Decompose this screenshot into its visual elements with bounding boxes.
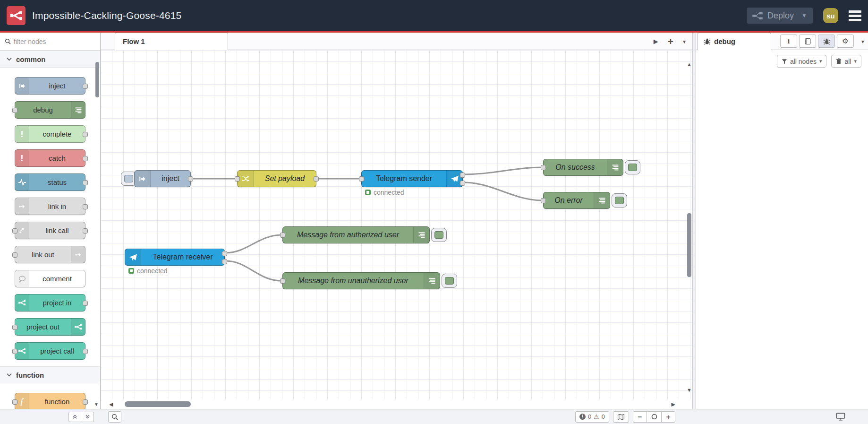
palette-category-common[interactable]: common	[0, 51, 100, 68]
palette-node-link-call[interactable]: link call	[15, 222, 85, 239]
output-port[interactable]	[83, 228, 88, 234]
workspace-footer: ! 0 ⚠ 0 − +	[101, 409, 692, 424]
palette-node-inject[interactable]: inject	[15, 77, 85, 95]
input-port[interactable]	[235, 176, 240, 182]
output-port[interactable]	[83, 180, 88, 185]
palette-category-function[interactable]: function	[0, 366, 100, 383]
flow-node-msg-authorized[interactable]: Message from autherized user	[282, 226, 430, 243]
output-port[interactable]	[83, 399, 88, 405]
debug-tab-button[interactable]	[818, 35, 835, 48]
debug-toggle-button[interactable]	[625, 160, 640, 174]
input-port[interactable]	[12, 228, 17, 234]
output-port[interactable]	[83, 204, 88, 209]
wire[interactable]	[464, 167, 542, 174]
sidebar-splitter[interactable]	[692, 33, 696, 409]
wire[interactable]	[226, 261, 281, 281]
zoom-reset-button[interactable]	[647, 411, 661, 423]
output-port-1[interactable]	[222, 251, 227, 256]
scroll-left-icon[interactable]: ◀	[109, 401, 113, 407]
output-port[interactable]	[83, 301, 88, 306]
tab-label: Flow 1	[123, 37, 145, 45]
palette-search-input[interactable]	[14, 38, 85, 45]
palette-node-comment[interactable]: comment	[15, 270, 85, 287]
deploy-button[interactable]: Deploy ▼	[747, 8, 813, 24]
flow-node-set-payload[interactable]: Set payload	[237, 170, 316, 187]
palette-node-list: inject debug ! complete ! catch status	[0, 68, 100, 360]
help-tab-button[interactable]	[799, 35, 816, 48]
palette-node-link-in[interactable]: link in	[15, 198, 85, 215]
debug-toggle-button[interactable]	[431, 228, 447, 242]
input-port[interactable]	[541, 198, 546, 203]
input-port[interactable]	[12, 399, 17, 405]
palette-node-catch[interactable]: ! catch	[15, 149, 85, 167]
output-port-2[interactable]	[460, 181, 465, 186]
deploy-caret-icon[interactable]: ▼	[801, 12, 807, 19]
navigator-button[interactable]	[613, 411, 629, 423]
info-tab-button[interactable]: i	[780, 35, 797, 48]
scroll-tabs-icon[interactable]: ▶	[654, 38, 658, 45]
output-port[interactable]	[83, 132, 88, 137]
palette-node-project-in[interactable]: project in	[15, 294, 85, 312]
palette-search[interactable]	[0, 33, 100, 51]
collapse-categories-button[interactable]	[68, 412, 81, 422]
footer: ! 0 ⚠ 0 − +	[0, 409, 868, 424]
workspace-search-button[interactable]	[108, 411, 121, 423]
palette-node-function[interactable]: ƒ function	[15, 393, 85, 409]
flow-node-telegram-receiver[interactable]: Telegram receiver	[125, 249, 225, 266]
input-port[interactable]	[280, 278, 285, 284]
palette-node-project-call[interactable]: project call	[15, 342, 85, 360]
output-port[interactable]	[83, 84, 88, 89]
notification-counts[interactable]: ! 0 ⚠ 0	[575, 411, 609, 423]
input-port[interactable]	[12, 325, 17, 330]
user-avatar[interactable]: su	[823, 8, 838, 23]
scroll-down-icon[interactable]: ▼	[687, 387, 692, 393]
wire[interactable]	[464, 182, 542, 200]
tab-flow1[interactable]: Flow 1	[115, 33, 228, 50]
debug-toggle-button[interactable]	[612, 193, 627, 208]
vertical-scrollbar-thumb[interactable]	[687, 213, 691, 277]
monitor-icon[interactable]	[836, 413, 845, 421]
wire[interactable]	[226, 235, 281, 253]
flow-list-caret-icon[interactable]: ▾	[683, 38, 686, 45]
add-flow-button[interactable]: +	[668, 36, 673, 47]
palette-node-status[interactable]: status	[15, 173, 85, 191]
output-port[interactable]	[314, 176, 319, 182]
expand-categories-button[interactable]	[81, 412, 94, 422]
horizontal-scrollbar-thumb[interactable]	[125, 401, 191, 407]
input-port[interactable]	[12, 108, 17, 113]
main-menu-icon[interactable]	[849, 10, 861, 21]
output-port-2[interactable]	[222, 259, 227, 264]
palette-node-link-out[interactable]: link out	[15, 246, 85, 263]
zoom-in-button[interactable]: +	[661, 411, 675, 423]
scroll-right-icon[interactable]: ▶	[672, 401, 675, 407]
input-port[interactable]	[541, 165, 546, 170]
debug-toggle-button[interactable]	[442, 274, 457, 288]
palette-scrollbar-thumb[interactable]	[95, 62, 99, 97]
input-port[interactable]	[12, 349, 17, 354]
flow-canvas[interactable]: inject Set payload Telegram sender conne…	[101, 50, 692, 399]
palette-node-complete[interactable]: ! complete	[15, 125, 85, 143]
flow-node-msg-unauthorized[interactable]: Message from unautherized user	[282, 272, 440, 289]
horizontal-scrollbar[interactable]: ◀ ▶	[101, 399, 692, 409]
output-port[interactable]	[83, 156, 88, 161]
input-port[interactable]	[12, 252, 17, 258]
config-tab-button[interactable]: ⚙	[837, 35, 854, 48]
palette-scroll-down-icon[interactable]: ▼	[94, 402, 99, 407]
output-port-1[interactable]	[460, 173, 465, 178]
debug-clear-button[interactable]: all ▾	[831, 55, 861, 68]
flow-node-on-error[interactable]: On error	[543, 192, 610, 209]
flow-node-inject[interactable]: inject	[134, 170, 191, 187]
input-port[interactable]	[359, 176, 364, 182]
output-port[interactable]	[83, 349, 88, 354]
debug-filter-button[interactable]: all nodes ▾	[777, 55, 827, 68]
tab-debug[interactable]: debug	[698, 33, 771, 50]
output-port[interactable]	[188, 176, 193, 182]
palette-node-debug[interactable]: debug	[15, 101, 85, 119]
flow-node-on-success[interactable]: On success	[543, 159, 623, 176]
zoom-out-button[interactable]: −	[633, 411, 647, 423]
scroll-up-icon[interactable]: ▲	[687, 61, 692, 67]
input-port[interactable]	[280, 233, 285, 238]
sidebar-menu-caret-icon[interactable]: ▾	[861, 38, 864, 45]
flow-node-telegram-sender[interactable]: Telegram sender	[361, 170, 463, 187]
palette-node-project-out[interactable]: project out	[15, 318, 85, 336]
